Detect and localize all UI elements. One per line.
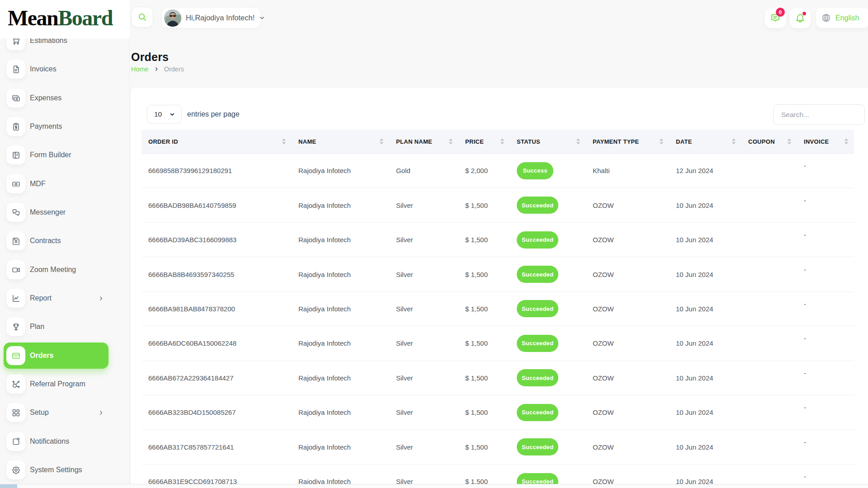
cell-order-id: 6666BA6DC60BA150062248: [142, 326, 292, 360]
sidebar-item-referral-program[interactable]: Referral Program: [4, 371, 108, 397]
status-badge: Succeeded: [517, 300, 558, 317]
sidebar-item-payments[interactable]: Payments: [4, 113, 108, 140]
column-header-coupon[interactable]: COUPON: [741, 130, 797, 153]
cell-date: 10 Jun 2024: [669, 361, 741, 395]
horizontal-scrollbar-thumb[interactable]: [0, 484, 17, 488]
horizontal-scrollbar[interactable]: [0, 484, 868, 488]
cell-coupon: [741, 257, 797, 291]
sort-icon[interactable]: [500, 139, 504, 145]
sidebar-item-label: Messenger: [30, 208, 66, 216]
status-badge: Succeeded: [517, 369, 558, 386]
cell-name: Rajodiya Infotech: [292, 361, 389, 395]
table-search-input[interactable]: [773, 104, 865, 125]
cell-date: 10 Jun 2024: [669, 188, 741, 222]
invoice-value: -: [804, 438, 806, 446]
column-header-price[interactable]: PRICE: [458, 130, 510, 153]
column-header-order-id[interactable]: ORDER ID: [142, 130, 292, 153]
sidebar-item-contracts[interactable]: Contracts: [4, 228, 108, 254]
status-badge: Succeeded: [517, 438, 558, 455]
invoice-value: -: [804, 162, 806, 169]
sidebar-item-notifications[interactable]: Notifications: [4, 428, 108, 455]
breadcrumb-home-link[interactable]: Home: [131, 66, 149, 73]
sidebar-item-mdf[interactable]: MDF: [4, 171, 108, 197]
cell-date: 12 Jun 2024: [669, 154, 741, 188]
cell-price: $ 1,500: [458, 223, 510, 257]
entries-per-page-select[interactable]: 10: [147, 105, 182, 124]
cell-invoice: -: [797, 395, 854, 429]
cell-order-id: 6666AB323BD4D150085267: [142, 395, 292, 429]
column-header-status[interactable]: STATUS: [510, 130, 586, 153]
sidebar-item-form-builder[interactable]: Form Builder: [4, 142, 108, 168]
sort-icon[interactable]: [844, 139, 848, 145]
sidebar-item-invoices[interactable]: Invoices: [4, 56, 108, 82]
chevron-right-icon: [98, 410, 104, 416]
notifications-button[interactable]: [790, 8, 811, 28]
cell-payment-type: OZOW: [586, 292, 669, 326]
header-search-button[interactable]: [131, 7, 153, 28]
sort-icon[interactable]: [788, 139, 791, 145]
table-row: 6666BA981BAB8478378200Rajodiya InfotechS…: [142, 292, 854, 326]
column-header-date[interactable]: DATE: [669, 130, 741, 153]
sidebar-item-report[interactable]: Report: [4, 285, 108, 311]
sidebar-item-expenses[interactable]: Expenses: [4, 85, 108, 111]
mdf-banknote-icon: [6, 174, 25, 193]
sort-icon[interactable]: [732, 139, 736, 145]
status-badge: Succeeded: [517, 231, 558, 249]
cell-name: Rajodiya Infotech: [292, 154, 389, 188]
column-header-payment-type[interactable]: PAYMENT TYPE: [586, 130, 669, 153]
sidebar-item-label: MDF: [30, 180, 46, 188]
sort-icon[interactable]: [282, 139, 286, 145]
sidebar-item-orders[interactable]: Orders: [4, 343, 108, 369]
cell-name: Rajodiya Infotech: [292, 223, 389, 257]
messages-button[interactable]: 0: [765, 8, 786, 28]
column-header-label: INVOICE: [804, 138, 829, 145]
sidebar-item-messenger[interactable]: Messenger: [4, 199, 108, 225]
sort-icon[interactable]: [660, 139, 663, 145]
sort-icon[interactable]: [380, 139, 383, 145]
cell-plan-name: Silver: [389, 395, 458, 429]
sidebar-item-label: Invoices: [30, 65, 57, 73]
cell-order-id: 6666BADB98BA6140759859: [142, 188, 292, 222]
user-menu-button[interactable]: Hi,Rajodiya Infotech!: [161, 7, 261, 28]
sort-icon[interactable]: [576, 139, 580, 145]
brand-logo-part-black: Mean: [8, 6, 58, 30]
cell-invoice: -: [797, 223, 854, 257]
user-avatar: [164, 9, 181, 27]
sidebar-item-label: Plan: [30, 323, 44, 331]
cell-price: $ 1,500: [458, 292, 510, 326]
column-header-invoice[interactable]: INVOICE: [797, 130, 854, 153]
sidebar-item-zoom-meeting[interactable]: Zoom Meeting: [4, 257, 108, 283]
language-selector[interactable]: English: [816, 8, 868, 28]
payments-clipboard-icon: [6, 117, 25, 136]
cell-date: 10 Jun 2024: [669, 395, 741, 429]
column-header-label: DATE: [676, 138, 692, 145]
sidebar-item-setup[interactable]: Setup: [4, 399, 108, 426]
cell-status: Succeeded: [510, 292, 586, 326]
cell-price: $ 2,000: [458, 154, 510, 188]
column-header-label: PAYMENT TYPE: [593, 138, 639, 145]
sidebar-item-plan[interactable]: Plan: [4, 314, 108, 340]
invoice-value: -: [804, 369, 806, 377]
sort-icon[interactable]: [449, 139, 453, 145]
table-row: 6666AB317C857857721641Rajodiya InfotechS…: [142, 430, 854, 465]
column-header-plan-name[interactable]: PLAN NAME: [389, 130, 458, 153]
sidebar-item-label: Contracts: [30, 237, 61, 245]
cell-coupon: [741, 292, 797, 326]
column-header-label: STATUS: [517, 138, 540, 145]
brand-logo[interactable]: MeanBoard: [0, 0, 130, 38]
status-badge: Succeeded: [517, 335, 558, 352]
column-header-name[interactable]: NAME: [292, 130, 389, 153]
cell-plan-name: Silver: [389, 326, 458, 360]
entries-per-page-value: 10: [154, 110, 169, 118]
cell-invoice: -: [797, 154, 854, 188]
orders-card: 10 entries per page ORDER IDNAMEPLAN NAM…: [131, 88, 868, 488]
expenses-cash-icon: [6, 89, 25, 108]
cell-order-id: 6666AB317C857857721641: [142, 430, 292, 464]
cell-name: Rajodiya Infotech: [292, 292, 389, 326]
invoice-value: -: [804, 266, 806, 273]
sidebar-item-system-settings[interactable]: System Settings: [4, 457, 108, 483]
cell-date: 10 Jun 2024: [669, 257, 741, 291]
column-header-label: PLAN NAME: [396, 138, 432, 145]
cell-invoice: -: [797, 257, 854, 291]
cell-coupon: [741, 395, 797, 429]
